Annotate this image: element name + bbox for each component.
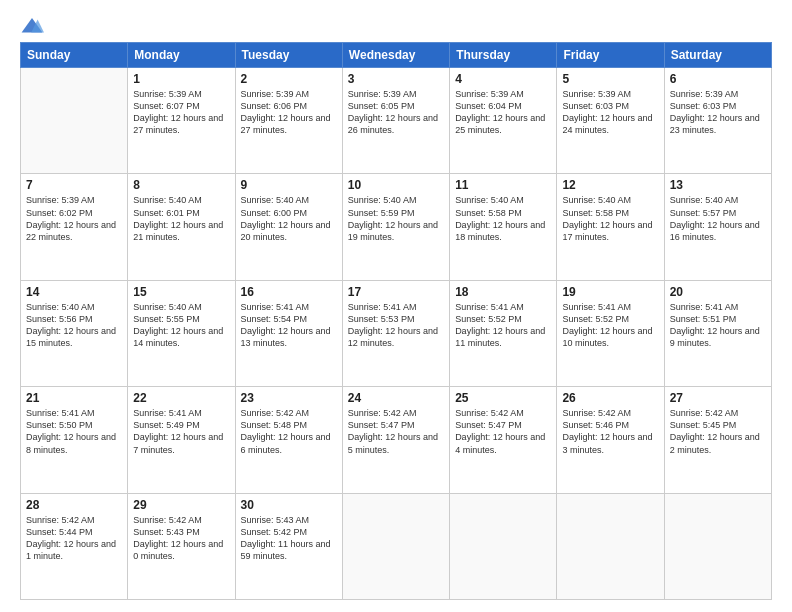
day-info: Sunrise: 5:42 AM Sunset: 5:44 PM Dayligh… bbox=[26, 514, 122, 563]
table-row: 16Sunrise: 5:41 AM Sunset: 5:54 PM Dayli… bbox=[235, 280, 342, 386]
day-number: 9 bbox=[241, 178, 337, 192]
logo bbox=[20, 16, 48, 36]
day-info: Sunrise: 5:40 AM Sunset: 5:55 PM Dayligh… bbox=[133, 301, 229, 350]
header-wednesday: Wednesday bbox=[342, 43, 449, 68]
table-row bbox=[664, 493, 771, 599]
table-row: 14Sunrise: 5:40 AM Sunset: 5:56 PM Dayli… bbox=[21, 280, 128, 386]
day-info: Sunrise: 5:42 AM Sunset: 5:43 PM Dayligh… bbox=[133, 514, 229, 563]
table-row: 1Sunrise: 5:39 AM Sunset: 6:07 PM Daylig… bbox=[128, 68, 235, 174]
day-info: Sunrise: 5:39 AM Sunset: 6:03 PM Dayligh… bbox=[670, 88, 766, 137]
day-number: 14 bbox=[26, 285, 122, 299]
day-info: Sunrise: 5:41 AM Sunset: 5:52 PM Dayligh… bbox=[455, 301, 551, 350]
day-info: Sunrise: 5:41 AM Sunset: 5:51 PM Dayligh… bbox=[670, 301, 766, 350]
table-row: 7Sunrise: 5:39 AM Sunset: 6:02 PM Daylig… bbox=[21, 174, 128, 280]
day-number: 18 bbox=[455, 285, 551, 299]
day-info: Sunrise: 5:42 AM Sunset: 5:47 PM Dayligh… bbox=[348, 407, 444, 456]
day-info: Sunrise: 5:41 AM Sunset: 5:53 PM Dayligh… bbox=[348, 301, 444, 350]
header bbox=[20, 16, 772, 36]
table-row: 8Sunrise: 5:40 AM Sunset: 6:01 PM Daylig… bbox=[128, 174, 235, 280]
day-info: Sunrise: 5:39 AM Sunset: 6:04 PM Dayligh… bbox=[455, 88, 551, 137]
day-number: 28 bbox=[26, 498, 122, 512]
day-info: Sunrise: 5:41 AM Sunset: 5:52 PM Dayligh… bbox=[562, 301, 658, 350]
weekday-header-row: Sunday Monday Tuesday Wednesday Thursday… bbox=[21, 43, 772, 68]
day-info: Sunrise: 5:42 AM Sunset: 5:48 PM Dayligh… bbox=[241, 407, 337, 456]
day-number: 23 bbox=[241, 391, 337, 405]
day-number: 3 bbox=[348, 72, 444, 86]
day-number: 17 bbox=[348, 285, 444, 299]
calendar-week-row: 14Sunrise: 5:40 AM Sunset: 5:56 PM Dayli… bbox=[21, 280, 772, 386]
day-info: Sunrise: 5:41 AM Sunset: 5:49 PM Dayligh… bbox=[133, 407, 229, 456]
day-number: 1 bbox=[133, 72, 229, 86]
table-row: 15Sunrise: 5:40 AM Sunset: 5:55 PM Dayli… bbox=[128, 280, 235, 386]
day-info: Sunrise: 5:42 AM Sunset: 5:45 PM Dayligh… bbox=[670, 407, 766, 456]
table-row: 10Sunrise: 5:40 AM Sunset: 5:59 PM Dayli… bbox=[342, 174, 449, 280]
table-row: 11Sunrise: 5:40 AM Sunset: 5:58 PM Dayli… bbox=[450, 174, 557, 280]
table-row: 20Sunrise: 5:41 AM Sunset: 5:51 PM Dayli… bbox=[664, 280, 771, 386]
calendar-week-row: 1Sunrise: 5:39 AM Sunset: 6:07 PM Daylig… bbox=[21, 68, 772, 174]
day-number: 5 bbox=[562, 72, 658, 86]
day-number: 20 bbox=[670, 285, 766, 299]
table-row: 13Sunrise: 5:40 AM Sunset: 5:57 PM Dayli… bbox=[664, 174, 771, 280]
day-number: 13 bbox=[670, 178, 766, 192]
day-number: 24 bbox=[348, 391, 444, 405]
day-number: 26 bbox=[562, 391, 658, 405]
day-number: 27 bbox=[670, 391, 766, 405]
day-info: Sunrise: 5:40 AM Sunset: 5:58 PM Dayligh… bbox=[562, 194, 658, 243]
day-info: Sunrise: 5:43 AM Sunset: 5:42 PM Dayligh… bbox=[241, 514, 337, 563]
table-row bbox=[557, 493, 664, 599]
day-info: Sunrise: 5:39 AM Sunset: 6:02 PM Dayligh… bbox=[26, 194, 122, 243]
header-thursday: Thursday bbox=[450, 43, 557, 68]
table-row: 27Sunrise: 5:42 AM Sunset: 5:45 PM Dayli… bbox=[664, 387, 771, 493]
day-info: Sunrise: 5:40 AM Sunset: 5:59 PM Dayligh… bbox=[348, 194, 444, 243]
day-number: 2 bbox=[241, 72, 337, 86]
calendar-week-row: 28Sunrise: 5:42 AM Sunset: 5:44 PM Dayli… bbox=[21, 493, 772, 599]
day-number: 21 bbox=[26, 391, 122, 405]
day-number: 19 bbox=[562, 285, 658, 299]
day-info: Sunrise: 5:39 AM Sunset: 6:03 PM Dayligh… bbox=[562, 88, 658, 137]
day-info: Sunrise: 5:41 AM Sunset: 5:50 PM Dayligh… bbox=[26, 407, 122, 456]
table-row: 5Sunrise: 5:39 AM Sunset: 6:03 PM Daylig… bbox=[557, 68, 664, 174]
page: Sunday Monday Tuesday Wednesday Thursday… bbox=[0, 0, 792, 612]
table-row: 17Sunrise: 5:41 AM Sunset: 5:53 PM Dayli… bbox=[342, 280, 449, 386]
table-row: 9Sunrise: 5:40 AM Sunset: 6:00 PM Daylig… bbox=[235, 174, 342, 280]
table-row: 12Sunrise: 5:40 AM Sunset: 5:58 PM Dayli… bbox=[557, 174, 664, 280]
day-number: 22 bbox=[133, 391, 229, 405]
header-saturday: Saturday bbox=[664, 43, 771, 68]
header-tuesday: Tuesday bbox=[235, 43, 342, 68]
header-friday: Friday bbox=[557, 43, 664, 68]
day-info: Sunrise: 5:40 AM Sunset: 5:56 PM Dayligh… bbox=[26, 301, 122, 350]
calendar-table: Sunday Monday Tuesday Wednesday Thursday… bbox=[20, 42, 772, 600]
day-info: Sunrise: 5:42 AM Sunset: 5:47 PM Dayligh… bbox=[455, 407, 551, 456]
logo-icon bbox=[20, 16, 44, 36]
table-row: 22Sunrise: 5:41 AM Sunset: 5:49 PM Dayli… bbox=[128, 387, 235, 493]
table-row: 2Sunrise: 5:39 AM Sunset: 6:06 PM Daylig… bbox=[235, 68, 342, 174]
day-number: 6 bbox=[670, 72, 766, 86]
day-number: 7 bbox=[26, 178, 122, 192]
table-row: 28Sunrise: 5:42 AM Sunset: 5:44 PM Dayli… bbox=[21, 493, 128, 599]
table-row: 24Sunrise: 5:42 AM Sunset: 5:47 PM Dayli… bbox=[342, 387, 449, 493]
table-row bbox=[450, 493, 557, 599]
table-row: 18Sunrise: 5:41 AM Sunset: 5:52 PM Dayli… bbox=[450, 280, 557, 386]
day-info: Sunrise: 5:40 AM Sunset: 6:00 PM Dayligh… bbox=[241, 194, 337, 243]
day-info: Sunrise: 5:40 AM Sunset: 6:01 PM Dayligh… bbox=[133, 194, 229, 243]
day-info: Sunrise: 5:39 AM Sunset: 6:07 PM Dayligh… bbox=[133, 88, 229, 137]
day-info: Sunrise: 5:39 AM Sunset: 6:05 PM Dayligh… bbox=[348, 88, 444, 137]
day-number: 29 bbox=[133, 498, 229, 512]
header-sunday: Sunday bbox=[21, 43, 128, 68]
header-monday: Monday bbox=[128, 43, 235, 68]
day-info: Sunrise: 5:41 AM Sunset: 5:54 PM Dayligh… bbox=[241, 301, 337, 350]
table-row: 29Sunrise: 5:42 AM Sunset: 5:43 PM Dayli… bbox=[128, 493, 235, 599]
table-row: 4Sunrise: 5:39 AM Sunset: 6:04 PM Daylig… bbox=[450, 68, 557, 174]
day-number: 30 bbox=[241, 498, 337, 512]
day-number: 16 bbox=[241, 285, 337, 299]
table-row bbox=[342, 493, 449, 599]
day-info: Sunrise: 5:40 AM Sunset: 5:58 PM Dayligh… bbox=[455, 194, 551, 243]
table-row: 6Sunrise: 5:39 AM Sunset: 6:03 PM Daylig… bbox=[664, 68, 771, 174]
table-row: 19Sunrise: 5:41 AM Sunset: 5:52 PM Dayli… bbox=[557, 280, 664, 386]
day-number: 12 bbox=[562, 178, 658, 192]
table-row: 30Sunrise: 5:43 AM Sunset: 5:42 PM Dayli… bbox=[235, 493, 342, 599]
calendar-week-row: 7Sunrise: 5:39 AM Sunset: 6:02 PM Daylig… bbox=[21, 174, 772, 280]
table-row: 23Sunrise: 5:42 AM Sunset: 5:48 PM Dayli… bbox=[235, 387, 342, 493]
day-number: 11 bbox=[455, 178, 551, 192]
table-row: 26Sunrise: 5:42 AM Sunset: 5:46 PM Dayli… bbox=[557, 387, 664, 493]
